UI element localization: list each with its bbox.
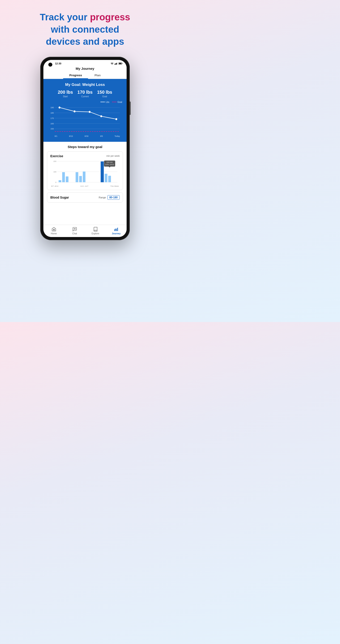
nav-chat-label: Chat [72,232,77,235]
nav-explore-label: Explore [92,232,99,235]
legend-lbs-line [100,102,105,102]
legend-goal: Goal [112,101,122,103]
bar-x-2: This Week [110,185,119,187]
phone-mockup: 12:30 [40,57,130,240]
phone-screen: 12:30 [44,60,126,237]
line-chart-svg: 190 180 170 160 150 [48,105,122,134]
bottom-nav: Home Chat Explore [44,225,126,237]
nav-journey[interactable]: Journey [110,227,123,235]
svg-rect-33 [76,172,78,182]
exercise-card: Exercise min per week 104 min 12/5- 12/1… [47,152,123,190]
bar-x-1: 11/1 -11/7 [80,185,88,187]
svg-rect-38 [108,176,111,182]
svg-text:220: 220 [54,160,56,162]
status-icons [110,62,122,64]
svg-text:160: 160 [50,122,54,124]
svg-point-19 [58,106,60,108]
blood-sugar-card: Blood Sugar Range 80-180 [47,192,123,202]
goal-current-value: 170 lbs [78,90,92,95]
goal-stat-current: 170 lbs Current [78,90,92,98]
nav-home-label: Home [51,232,57,235]
bar-x-0: 8/7 -8/14 [51,185,58,187]
goal-start-label: Start [63,95,68,98]
tooltip-value: 104 min [105,161,114,164]
tab-plan[interactable]: Plan [88,72,107,79]
svg-text:150: 150 [50,128,54,130]
battery-icon [118,62,122,64]
svg-rect-3 [116,63,117,64]
svg-point-22 [100,115,102,117]
svg-rect-37 [105,174,107,182]
svg-rect-2 [116,63,116,64]
tab-bar: Progress Plan [44,72,126,79]
wifi-icon [110,62,114,64]
status-bar: 12:30 [44,60,126,66]
goal-section: My Goal: Weight Loss 200 lbs Start 170 l… [44,79,126,142]
x-label-4: Today [114,135,120,137]
goal-current-label: Current [81,95,88,98]
svg-rect-34 [79,176,82,182]
chart-legend: Lbs Goal [48,101,122,103]
svg-rect-36 [101,162,104,182]
steps-title: Steps toward my goal [47,145,123,149]
exercise-unit: min per week [106,155,120,157]
signal-icon [114,62,118,64]
camera-punch [48,62,52,67]
svg-rect-1 [114,64,115,64]
scroll-area[interactable]: My Goal: Weight Loss 200 lbs Start 170 l… [44,79,126,225]
legend-lbs-label: Lbs [106,101,110,103]
journey-icon [114,227,119,232]
hero-section: Track your progress with connected devic… [31,0,139,54]
bar-x-labels: 8/7 -8/14 11/1 -11/7 This Week [50,185,120,187]
tooltip-date: 12/5- 12/12 [105,164,114,166]
exercise-bar-chart: 104 min 12/5- 12/12 220 100 [50,160,120,185]
steps-section: Steps toward my goal Exercise min per we… [44,142,126,208]
nav-chat[interactable]: Chat [68,227,82,235]
goal-start-value: 200 lbs [58,90,73,95]
svg-text:0: 0 [56,181,56,183]
goal-stat-start: 200 lbs Start [58,90,73,98]
svg-rect-7 [119,63,122,64]
svg-point-39 [74,228,74,229]
svg-rect-6 [122,63,122,64]
tab-progress[interactable]: Progress [63,72,88,79]
home-icon [52,227,56,232]
svg-rect-35 [83,172,86,182]
blood-sugar-title: Blood Sugar [50,196,69,199]
explore-icon [93,227,98,232]
goal-goal-value: 150 lbs [97,90,112,95]
blood-sugar-header: Blood Sugar Range 80-180 [50,195,120,200]
svg-point-40 [74,228,75,229]
svg-rect-42 [114,230,115,231]
svg-point-23 [116,118,117,120]
goal-title: My Goal: Weight Loss [48,82,122,87]
svg-point-21 [89,111,90,113]
weight-line-chart: 190 180 170 160 150 [48,105,122,134]
legend-goal-line [112,102,116,102]
legend-goal-label: Goal [118,101,122,103]
svg-rect-31 [62,172,65,182]
legend-lbs: Lbs [100,101,110,103]
status-time: 12:30 [55,62,61,65]
side-button [130,102,131,115]
svg-text:190: 190 [50,106,54,109]
exercise-title: Exercise [50,154,63,158]
goal-stat-goal: 150 lbs Goal [97,90,112,98]
exercise-card-header: Exercise min per week [50,154,120,158]
svg-text:100: 100 [54,171,56,173]
blood-sugar-range-wrapper: Range 80-180 [99,195,120,200]
svg-rect-30 [58,180,61,182]
svg-point-20 [74,110,76,112]
x-label-2: 8/30 [84,135,88,137]
app-header: My Journey Progress Plan [44,66,126,79]
svg-rect-32 [66,176,68,182]
svg-rect-44 [116,229,117,231]
svg-point-41 [75,228,76,229]
nav-journey-label: Journey [112,232,120,235]
nav-explore[interactable]: Explore [89,227,102,235]
x-label-1: 8/15 [69,135,73,137]
blood-sugar-range-value: 80-180 [107,195,120,200]
app-title: My Journey [44,67,126,72]
x-label-0: 8/1 [54,135,58,137]
nav-home[interactable]: Home [47,227,60,235]
